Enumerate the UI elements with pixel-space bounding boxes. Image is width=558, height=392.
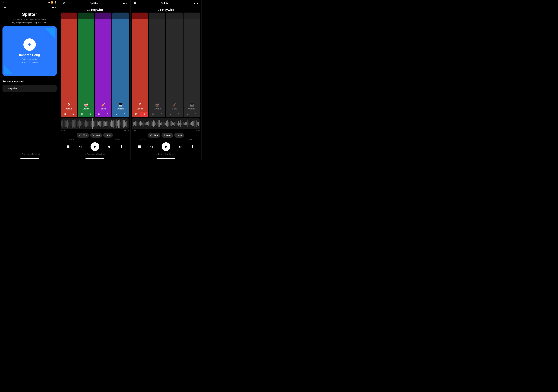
svg-rect-33	[78, 120, 78, 128]
bass-s-btn[interactable]: S	[103, 112, 111, 117]
others-m-btn[interactable]: M	[112, 112, 121, 117]
panel2-more-button[interactable]: •••	[123, 1, 127, 5]
back-button[interactable]: ←	[3, 5, 7, 9]
svg-rect-87	[108, 121, 108, 126]
p3-prev-btn[interactable]: ⏮	[149, 145, 153, 149]
svg-rect-42	[83, 121, 83, 126]
svg-rect-225	[186, 121, 186, 126]
svg-rect-104	[117, 120, 117, 127]
panel3-stems-grid: 🎙 Vocals M S 🥁 Drums M S 🎸	[131, 13, 201, 117]
controls-sub: – BPM D minor	[59, 138, 130, 141]
next-btn[interactable]: ⏭	[108, 145, 111, 149]
share-btn[interactable]: ⬆	[120, 145, 123, 149]
svg-rect-242	[195, 121, 195, 126]
svg-rect-11	[66, 121, 66, 126]
svg-rect-83	[105, 122, 106, 126]
p3-menu-btn[interactable]: ☰	[138, 145, 141, 149]
svg-rect-50	[87, 120, 87, 128]
import-circle: +	[23, 38, 36, 51]
svg-rect-3	[61, 121, 62, 126]
p3-bass-s-btn[interactable]: S	[174, 112, 183, 117]
panel3-stem-vocals: 🎙 Vocals M S	[132, 13, 148, 117]
p3-play-button[interactable]: ▶	[162, 142, 170, 151]
svg-rect-228	[187, 120, 188, 127]
svg-rect-97	[113, 122, 113, 125]
svg-rect-160	[150, 120, 151, 127]
svg-rect-66	[96, 119, 96, 128]
transport-row: ☰ ⏮ ▶ ⏭ ⬆	[59, 141, 130, 151]
p3-drums-s-btn[interactable]: S	[157, 112, 166, 117]
time: 3:33	[2, 1, 7, 4]
p3-drums-m-btn[interactable]: M	[149, 112, 157, 117]
svg-rect-176	[159, 120, 159, 127]
play-button[interactable]: ▶	[90, 142, 99, 151]
svg-rect-141	[140, 121, 140, 126]
panel3-waveform-area[interactable]	[132, 118, 200, 129]
p3-others-s-btn[interactable]: S	[192, 112, 200, 117]
others-s-btn[interactable]: S	[121, 112, 129, 117]
song-item[interactable]: 01-Heywire	[2, 85, 57, 92]
svg-rect-47	[85, 120, 86, 127]
p3-pitch-label: 0 st	[178, 134, 182, 136]
p3-bass-icon: 🎸	[172, 103, 176, 107]
more-button[interactable]: •••	[52, 6, 56, 9]
drums-s-btn[interactable]: S	[86, 112, 94, 117]
svg-rect-218	[182, 120, 182, 127]
svg-rect-132	[135, 121, 136, 126]
svg-rect-68	[97, 121, 97, 126]
svg-rect-240	[194, 122, 194, 126]
p3-share-btn[interactable]: ⬆	[191, 145, 194, 149]
prev-btn[interactable]: ⏮	[78, 145, 82, 149]
p3-speed-control[interactable]: ↺ 1.00 x	[148, 133, 160, 138]
loop-control[interactable]: ↻ Loop	[90, 133, 102, 138]
svg-rect-245	[197, 123, 197, 125]
import-card[interactable]: + Import a Song Select any mediafile up …	[2, 26, 57, 76]
vocals-m-btn[interactable]: M	[61, 112, 69, 117]
p3-bass-m-btn[interactable]: M	[166, 112, 174, 117]
close-button[interactable]: ✕	[62, 1, 65, 5]
svg-rect-150	[145, 123, 145, 125]
svg-rect-206	[175, 122, 176, 125]
svg-rect-95	[112, 121, 112, 126]
svg-rect-20	[71, 120, 71, 127]
drums-m-btn[interactable]: M	[78, 112, 86, 117]
panel3-more-button[interactable]: •••	[194, 1, 198, 5]
pitch-icon: ↕	[105, 134, 106, 136]
others-label: Others	[117, 108, 124, 110]
p3-vocals-s-btn[interactable]: S	[140, 112, 148, 117]
p3-next-btn[interactable]: ⏭	[179, 145, 183, 149]
svg-rect-135	[137, 122, 137, 125]
svg-rect-133	[136, 120, 136, 127]
svg-rect-170	[156, 120, 156, 127]
svg-rect-249	[199, 120, 199, 127]
svg-rect-165	[153, 120, 154, 127]
p3-speed-icon: ↺	[150, 134, 152, 136]
waveform-area[interactable]	[61, 118, 129, 129]
menu-btn[interactable]: ☰	[67, 145, 70, 149]
p3-others-m-btn[interactable]: M	[183, 112, 192, 117]
svg-rect-100	[114, 120, 115, 127]
p3-others-icon: 🎹	[190, 103, 194, 107]
svg-rect-131	[135, 123, 135, 125]
p3-pitch-control[interactable]: ↕ 0 st	[174, 133, 184, 138]
panel3-close-button[interactable]: ✕	[134, 1, 136, 5]
drums-main: 🥁 Drums	[78, 19, 94, 112]
svg-rect-52	[88, 119, 88, 128]
p3-vocals-m-btn[interactable]: M	[132, 112, 140, 117]
svg-rect-23	[72, 120, 73, 128]
speed-control[interactable]: ↺ 1.00 x	[77, 133, 89, 138]
svg-rect-124	[128, 120, 128, 127]
svg-rect-4	[62, 121, 62, 127]
svg-rect-177	[160, 122, 160, 125]
bass-m-btn[interactable]: M	[95, 112, 103, 117]
svg-rect-38	[80, 121, 81, 126]
drums-icon: 🥁	[84, 103, 88, 107]
p3-loop-control[interactable]: ↻ Loop	[162, 133, 173, 138]
p3-drums-main: 🥁 Drums	[149, 19, 166, 112]
pitch-control[interactable]: ↕ 0 st	[103, 133, 113, 138]
vocals-s-btn[interactable]: S	[69, 112, 77, 117]
svg-rect-243	[196, 122, 196, 125]
p3-drums-icon: 🥁	[155, 103, 159, 107]
svg-rect-164	[153, 123, 153, 125]
svg-rect-29	[76, 120, 76, 127]
